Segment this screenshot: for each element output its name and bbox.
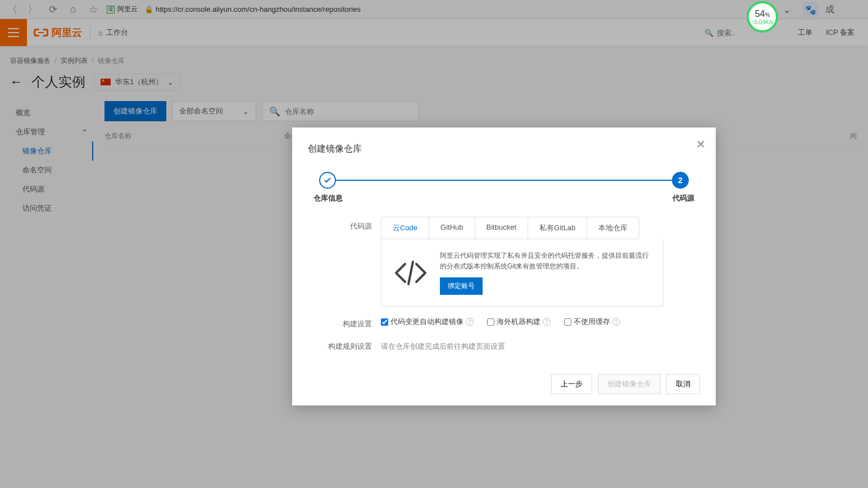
modal-title: 创建镜像仓库 xyxy=(308,143,700,155)
code-icon xyxy=(393,259,429,286)
label-build-rules: 构建规则设置 xyxy=(308,337,381,352)
step-labels: 仓库信息 代码源 xyxy=(313,193,694,203)
check-oversea-build-input[interactable] xyxy=(487,318,494,326)
bind-account-button[interactable]: 绑定账号 xyxy=(440,277,483,295)
tab-private-gitlab[interactable]: 私有GitLab xyxy=(528,217,587,239)
code-source-panel: 阿里云代码管理实现了私有并且安全的代码托管服务，提供目前最流行的分布式版本控制系… xyxy=(381,239,664,307)
check-no-cache[interactable]: 不使用缓存 ? xyxy=(564,317,620,327)
code-source-tabs: 云Code GitHub Bitbucket 私有GitLab 本地仓库 xyxy=(381,217,639,239)
tab-bitbucket[interactable]: Bitbucket xyxy=(475,217,528,239)
help-icon[interactable]: ? xyxy=(466,318,474,326)
help-icon[interactable]: ? xyxy=(543,318,551,326)
row-code-source: 代码源 云Code GitHub Bitbucket 私有GitLab 本地仓库… xyxy=(308,217,700,307)
modal-footer: 上一步 创建镜像仓库 取消 xyxy=(308,374,700,394)
tab-github[interactable]: GitHub xyxy=(429,217,475,239)
label-build-settings: 构建设置 xyxy=(308,314,381,329)
check-auto-build[interactable]: 代码变更自动构建镜像 ? xyxy=(381,317,474,327)
speed-badge: 54% ↑0.04K/s xyxy=(747,1,778,33)
step-2-label: 代码源 xyxy=(672,193,694,203)
build-rules-hint: 请在仓库创建完成后前往构建页面设置 xyxy=(381,337,700,352)
close-icon[interactable]: ✕ xyxy=(696,138,706,151)
tab-yuncode[interactable]: 云Code xyxy=(381,217,429,239)
check-auto-build-input[interactable] xyxy=(381,318,388,326)
prev-step-button[interactable]: 上一步 xyxy=(551,374,592,394)
create-repo-modal: ✕ 创建镜像仓库 2 仓库信息 代码源 代码源 云Code GitHub Bit… xyxy=(292,127,716,405)
step-1-icon xyxy=(319,172,336,189)
stepper: 2 xyxy=(319,172,689,189)
label-code-source: 代码源 xyxy=(308,217,381,307)
row-build-rules: 构建规则设置 请在仓库创建完成后前往构建页面设置 xyxy=(308,337,700,352)
row-build-settings: 构建设置 代码变更自动构建镜像 ? 海外机器构建 ? 不使用缓存 ? xyxy=(308,314,700,329)
tab-local[interactable]: 本地仓库 xyxy=(587,217,639,239)
step-2-icon: 2 xyxy=(672,172,689,189)
cancel-button[interactable]: 取消 xyxy=(666,374,700,394)
step-line xyxy=(336,180,672,181)
step-1-label: 仓库信息 xyxy=(313,193,343,203)
help-icon[interactable]: ? xyxy=(612,318,620,326)
create-repo-submit-button: 创建镜像仓库 xyxy=(598,374,661,394)
panel-desc: 阿里云代码管理实现了私有并且安全的代码托管服务，提供目前最流行的分布式版本控制系… xyxy=(440,250,652,272)
check-oversea-build[interactable]: 海外机器构建 ? xyxy=(487,317,551,327)
check-no-cache-input[interactable] xyxy=(564,318,571,326)
